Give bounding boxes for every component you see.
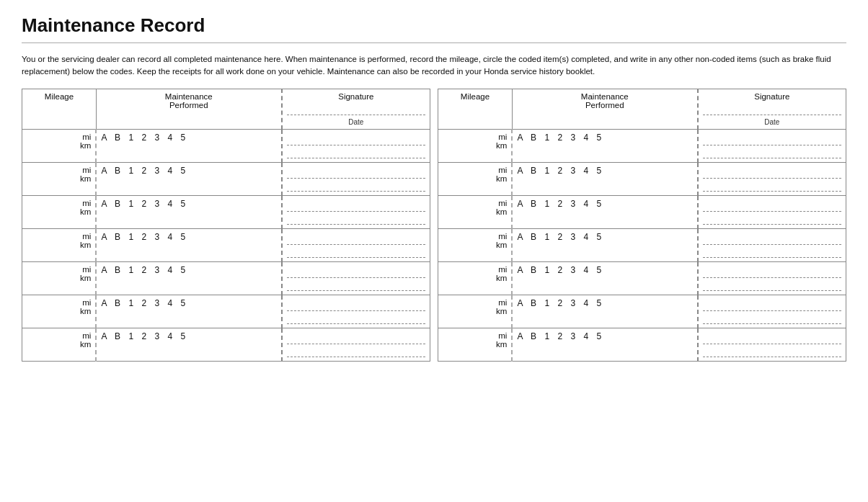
left-sig-6 — [282, 295, 430, 328]
left-date-label: Date — [287, 118, 425, 126]
right-mileage-4: mikm — [438, 228, 513, 261]
page-title: Maintenance Record — [22, 14, 846, 37]
right-sig-line-6 — [703, 298, 841, 311]
left-row-4: mikm A B 1 2 3 4 5 — [22, 228, 430, 261]
right-mileage-2: mikm — [438, 162, 513, 195]
left-maintenance-table: Mileage MaintenancePerformed Signature D… — [22, 89, 430, 362]
left-sig-5 — [282, 261, 430, 295]
right-sig-2 — [698, 162, 846, 195]
left-date-line-5 — [287, 281, 425, 291]
left-date-line-2 — [287, 181, 425, 192]
left-row-6: mikm A B 1 2 3 4 5 — [22, 295, 430, 328]
right-maintenance-header: MaintenancePerformed — [512, 89, 697, 129]
left-mileage-3: mikm — [22, 195, 97, 228]
right-row-7: mikm A B 1 2 3 4 5 — [438, 328, 846, 361]
left-sig-line-1 — [287, 133, 425, 145]
left-date-line-6 — [287, 314, 425, 324]
left-codes-6: A B 1 2 3 4 5 — [96, 295, 281, 328]
left-sig-line-6 — [287, 298, 425, 311]
left-sig-4 — [282, 228, 430, 261]
left-sig-line-3 — [287, 199, 425, 212]
right-codes-3: A B 1 2 3 4 5 — [512, 195, 697, 228]
left-signature-label: Signature — [287, 92, 425, 101]
right-mileage-1: mikm — [438, 129, 513, 162]
left-row-1: mikm A B 1 2 3 4 5 — [22, 129, 430, 162]
left-codes-3: A B 1 2 3 4 5 — [96, 195, 281, 228]
left-mileage-1: mikm — [22, 129, 97, 162]
right-maintenance-table: Mileage MaintenancePerformed Signature D… — [438, 89, 846, 362]
left-codes-4: A B 1 2 3 4 5 — [96, 228, 281, 261]
tables-wrapper: Mileage MaintenancePerformed Signature D… — [22, 89, 846, 362]
left-sig-7 — [282, 328, 430, 361]
left-sig-2 — [282, 162, 430, 195]
left-row-7: mikm A B 1 2 3 4 5 — [22, 328, 430, 361]
left-mileage-5: mikm — [22, 261, 97, 295]
left-mileage-4: mikm — [22, 228, 97, 261]
right-sig-line-4 — [703, 232, 841, 245]
right-codes-5: A B 1 2 3 4 5 — [512, 261, 697, 295]
right-date-line-2 — [703, 181, 841, 192]
right-sig-line-7 — [703, 331, 841, 344]
left-row-3: mikm A B 1 2 3 4 5 — [22, 195, 430, 228]
right-row-1: mikm A B 1 2 3 4 5 — [438, 129, 846, 162]
left-codes-7: A B 1 2 3 4 5 — [96, 328, 281, 361]
right-mileage-5: mikm — [438, 261, 513, 295]
right-sig-6 — [698, 295, 846, 328]
right-row-5: mikm A B 1 2 3 4 5 — [438, 261, 846, 295]
right-sig-line-5 — [703, 265, 841, 278]
right-mileage-3: mikm — [438, 195, 513, 228]
left-mileage-6: mikm — [22, 295, 97, 328]
right-sig-line-1 — [703, 133, 841, 145]
right-sig-line-2 — [703, 166, 841, 179]
right-row-2: mikm A B 1 2 3 4 5 — [438, 162, 846, 195]
right-row-4: mikm A B 1 2 3 4 5 — [438, 228, 846, 261]
left-codes-2: A B 1 2 3 4 5 — [96, 162, 281, 195]
right-codes-7: A B 1 2 3 4 5 — [512, 328, 697, 361]
right-date-line-1 — [703, 148, 841, 158]
left-mileage-header: Mileage — [22, 89, 97, 129]
right-sig-3 — [698, 195, 846, 228]
left-date-line-7 — [287, 347, 425, 357]
left-sig-line-4 — [287, 232, 425, 245]
right-sig-4 — [698, 228, 846, 261]
intro-text: You or the servicing dealer can record a… — [22, 53, 846, 79]
left-header-row: Mileage MaintenancePerformed Signature D… — [22, 89, 430, 129]
right-signature-label: Signature — [703, 92, 841, 101]
left-maintenance-header: MaintenancePerformed — [96, 89, 281, 129]
title-divider — [22, 42, 846, 43]
right-mileage-6: mikm — [438, 295, 513, 328]
right-codes-6: A B 1 2 3 4 5 — [512, 295, 697, 328]
right-date-line-4 — [703, 248, 841, 258]
left-sig-line-5 — [287, 265, 425, 278]
right-row-3: mikm A B 1 2 3 4 5 — [438, 195, 846, 228]
left-sig-3 — [282, 195, 430, 228]
left-row-2: mikm A B 1 2 3 4 5 — [22, 162, 430, 195]
left-sig-line-2 — [287, 166, 425, 179]
right-codes-1: A B 1 2 3 4 5 — [512, 129, 697, 162]
left-date-line-1 — [287, 148, 425, 158]
left-date-line-4 — [287, 248, 425, 258]
right-row-6: mikm A B 1 2 3 4 5 — [438, 295, 846, 328]
right-date-line-3 — [703, 215, 841, 225]
right-header-row: Mileage MaintenancePerformed Signature D… — [438, 89, 846, 129]
right-codes-2: A B 1 2 3 4 5 — [512, 162, 697, 195]
left-date-line-3 — [287, 215, 425, 225]
left-mileage-7: mikm — [22, 328, 97, 361]
right-sig-5 — [698, 261, 846, 295]
right-date-line-6 — [703, 314, 841, 324]
right-date-label: Date — [703, 118, 841, 126]
left-signature-header: Signature Date — [282, 89, 430, 129]
left-codes-5: A B 1 2 3 4 5 — [96, 261, 281, 295]
left-codes-1: A B 1 2 3 4 5 — [96, 129, 281, 162]
left-mileage-2: mikm — [22, 162, 97, 195]
left-sig-1 — [282, 129, 430, 162]
right-mileage-7: mikm — [438, 328, 513, 361]
right-codes-4: A B 1 2 3 4 5 — [512, 228, 697, 261]
left-row-5: mikm A B 1 2 3 4 5 — [22, 261, 430, 295]
right-sig-line-3 — [703, 199, 841, 212]
right-date-line-5 — [703, 281, 841, 291]
right-sig-7 — [698, 328, 846, 361]
right-mileage-header: Mileage — [438, 89, 513, 129]
right-sig-1 — [698, 129, 846, 162]
right-signature-header: Signature Date — [698, 89, 846, 129]
